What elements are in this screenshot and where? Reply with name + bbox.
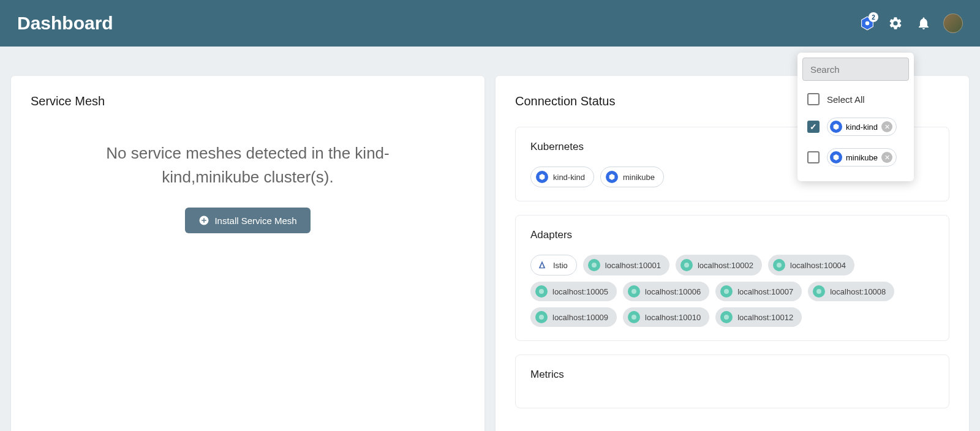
metrics-section: Metrics <box>515 354 949 408</box>
kubernetes-icon <box>830 151 842 163</box>
mesh-icon <box>813 285 825 298</box>
chip-label: Istio <box>553 261 568 270</box>
mesh-icon <box>720 311 733 323</box>
mesh-icon <box>628 285 640 298</box>
adapter-chip[interactable]: localhost:10010 <box>623 307 709 327</box>
service-mesh-title: Service Mesh <box>31 94 465 108</box>
select-all-checkbox[interactable] <box>807 93 820 105</box>
adapters-chip-row: Istiolocalhost:10001localhost:10002local… <box>530 255 934 327</box>
cluster-option-chip: minikube✕ <box>827 148 897 167</box>
chip-label: localhost:10007 <box>737 287 793 296</box>
settings-icon[interactable] <box>887 15 904 32</box>
svg-point-6 <box>724 289 729 294</box>
cluster-option-row[interactable]: kind-kind✕ <box>802 111 909 142</box>
adapter-chip[interactable]: localhost:10004 <box>768 255 854 275</box>
mesh-icon <box>680 259 693 271</box>
svg-point-3 <box>777 263 782 268</box>
cluster-badge: 2 <box>869 12 878 22</box>
chip-label: localhost:10004 <box>790 261 846 270</box>
notifications-icon[interactable] <box>915 15 932 32</box>
istio-chip[interactable]: Istio <box>530 255 577 275</box>
svg-point-7 <box>816 289 821 294</box>
adapter-chip[interactable]: localhost:10006 <box>623 282 709 301</box>
adapter-chip[interactable]: localhost:10007 <box>715 282 802 301</box>
cluster-icon[interactable]: 2 <box>859 15 876 32</box>
svg-point-10 <box>724 315 729 320</box>
plus-circle-icon <box>198 215 209 226</box>
cluster-dropdown: Select All kind-kind✕minikube✕ <box>797 53 914 181</box>
cluster-option-label: kind-kind <box>846 122 878 132</box>
kubernetes-icon <box>606 171 618 183</box>
kubernetes-icon <box>536 171 548 183</box>
select-all-label: Select All <box>827 94 865 105</box>
chip-label: localhost:10010 <box>645 313 701 322</box>
svg-point-9 <box>631 315 636 320</box>
app-header: Dashboard 2 <box>0 0 980 47</box>
svg-point-8 <box>539 315 544 320</box>
install-service-mesh-button[interactable]: Install Service Mesh <box>185 208 310 233</box>
chip-label: localhost:10005 <box>552 287 608 296</box>
kubernetes-chip[interactable]: minikube <box>600 167 664 187</box>
adapter-chip[interactable]: localhost:10009 <box>530 307 617 327</box>
cluster-checkbox[interactable] <box>807 121 820 133</box>
header-actions: 2 <box>859 13 963 33</box>
cluster-checkbox[interactable] <box>807 151 820 163</box>
adapter-chip[interactable]: localhost:10001 <box>583 255 669 275</box>
select-all-row[interactable]: Select All <box>802 87 909 111</box>
svg-point-0 <box>865 21 870 26</box>
adapter-chip[interactable]: localhost:10012 <box>715 307 802 327</box>
adapter-chip[interactable]: localhost:10008 <box>808 282 894 301</box>
istio-icon <box>536 259 548 271</box>
kubernetes-icon <box>830 121 842 133</box>
adapter-chip[interactable]: localhost:10005 <box>530 282 617 301</box>
chip-label: localhost:10002 <box>698 261 753 270</box>
svg-point-4 <box>539 289 544 294</box>
service-mesh-empty-message: No service meshes detected in the kind-k… <box>31 127 465 208</box>
remove-cluster-icon[interactable]: ✕ <box>881 121 892 132</box>
cluster-option-row[interactable]: minikube✕ <box>802 142 909 173</box>
cluster-option-chip: kind-kind✕ <box>827 118 897 136</box>
adapter-chip[interactable]: localhost:10002 <box>676 255 762 275</box>
page-title: Dashboard <box>17 13 113 34</box>
cluster-search-box[interactable] <box>802 58 909 81</box>
chip-label: localhost:10009 <box>552 313 608 322</box>
cluster-option-label: minikube <box>846 153 878 162</box>
chip-label: localhost:10001 <box>605 261 661 270</box>
svg-point-2 <box>684 263 689 268</box>
chip-label: minikube <box>623 173 655 182</box>
user-avatar[interactable] <box>943 13 963 33</box>
adapters-title: Adapters <box>530 229 934 241</box>
service-mesh-card: Service Mesh No service meshes detected … <box>11 76 484 431</box>
remove-cluster-icon[interactable]: ✕ <box>881 152 892 163</box>
install-button-label: Install Service Mesh <box>214 216 296 226</box>
kubernetes-chip[interactable]: kind-kind <box>530 167 594 187</box>
chip-label: localhost:10008 <box>830 287 886 296</box>
cluster-search-input[interactable] <box>810 64 927 75</box>
adapters-section: Adapters Istiolocalhost:10001localhost:1… <box>515 215 949 341</box>
mesh-icon <box>628 311 640 323</box>
chip-label: localhost:10006 <box>645 287 701 296</box>
mesh-icon <box>535 285 548 298</box>
chip-label: localhost:10012 <box>737 313 793 322</box>
mesh-icon <box>773 259 785 271</box>
chip-label: kind-kind <box>553 173 585 182</box>
mesh-icon <box>535 311 548 323</box>
mesh-icon <box>588 259 600 271</box>
mesh-icon <box>720 285 733 298</box>
metrics-title: Metrics <box>530 369 934 381</box>
svg-point-1 <box>592 263 597 268</box>
svg-point-5 <box>631 289 636 294</box>
